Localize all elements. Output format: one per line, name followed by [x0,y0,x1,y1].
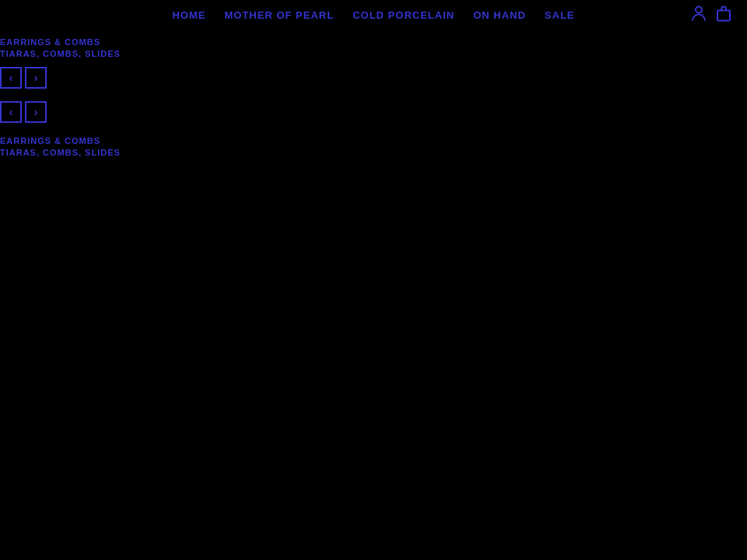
nav-cold-porcelain[interactable]: COLD PORCELAIN [352,9,454,21]
nav-on-hand[interactable]: ON HAND [473,9,526,21]
section-1-title-line2: TIARAS, COMBS, SLIDES [0,48,747,60]
header-icons [691,5,731,26]
section-2-title-line1: EARRINGS & COMBS [0,135,747,147]
main-content: EARRINGS & COMBS TIARAS, COMBS, SLIDES ‹… [0,30,747,159]
section-1: EARRINGS & COMBS TIARAS, COMBS, SLIDES ‹… [0,37,747,89]
nav-sale[interactable]: SALE [545,9,575,21]
standalone-arrows: ‹ › [0,101,747,123]
section-2-title: EARRINGS & COMBS TIARAS, COMBS, SLIDES [0,135,747,159]
standalone-next-button[interactable]: › [25,101,47,123]
section-1-next-button[interactable]: › [25,67,47,89]
nav-home[interactable]: HOME [172,9,205,21]
nav-mother-of-pearl[interactable]: MOTHER OF PEARL [224,9,334,21]
main-nav: HOME MOTHER OF PEARL COLD PORCELAIN ON H… [172,9,574,21]
cart-icon[interactable] [716,5,731,26]
user-icon[interactable] [691,5,707,26]
standalone-prev-button[interactable]: ‹ [0,101,22,123]
svg-point-0 [696,6,702,12]
section-2-title-line2: TIARAS, COMBS, SLIDES [0,147,747,159]
section-1-title-line1: EARRINGS & COMBS [0,37,747,48]
section-1-title: EARRINGS & COMBS TIARAS, COMBS, SLIDES [0,37,747,61]
svg-rect-1 [717,10,730,20]
section-1-arrows: ‹ › [0,67,747,89]
section-2: EARRINGS & COMBS TIARAS, COMBS, SLIDES [0,135,747,159]
section-1-prev-button[interactable]: ‹ [0,67,22,89]
site-header: HOME MOTHER OF PEARL COLD PORCELAIN ON H… [0,0,747,30]
